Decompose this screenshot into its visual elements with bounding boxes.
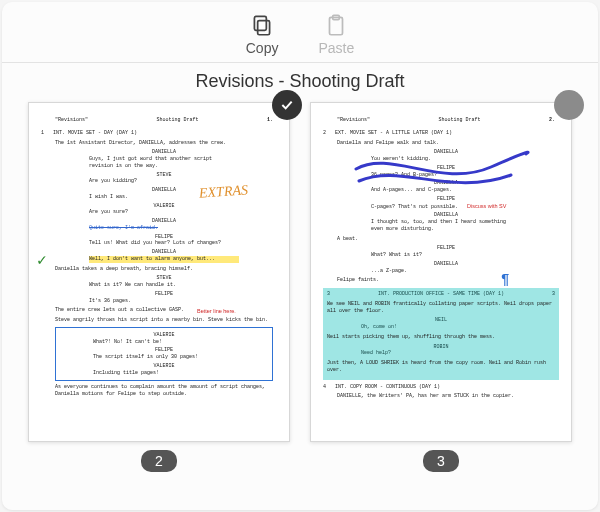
character-cue: FELIPE [55,234,273,241]
character-cue: FELIPE [337,165,555,172]
scene-heading: INT. MOVIE SET - DAY (DAY 1) [41,130,273,137]
action-line: A beat. [337,236,555,243]
dialogue-line: What?! No! It can't be! [93,339,235,346]
pilcrow-icon: ¶ [501,271,509,290]
dialogue-line: Quite sure, I'm afraid. [89,225,239,232]
character-cue: DANIELLA [337,149,555,156]
action-line: As everyone continues to complain amount… [55,384,273,398]
scene-heading: EXT. MOVIE SET - A LITTLE LATER (DAY 1) [323,130,555,137]
paste-icon [323,12,349,38]
character-cue: DANIELLA [337,212,555,219]
dialogue-line: I thought so, too, and then I heard some… [371,219,521,233]
page-title: Revisions - Shooting Draft [2,63,598,102]
character-cue: DANIELLA [55,218,273,225]
action-line: The entire crew lets out a collective GA… [55,307,273,314]
scene-heading: INT. PRODUCTION OFFICE - SAME TIME (DAY … [378,291,504,298]
margin-note: Discuss with SV [467,203,506,209]
dialogue-line: The script itself is only 30 pages! [93,354,235,361]
scene-heading: INT. COPY ROOM - CONTINUOUS (DAY 1) [323,384,555,391]
paste-button: Paste [318,12,354,56]
dialogue-line: I wish I was. [89,194,239,201]
page-preview: "Revisions" Shooting Draft 1. INT. MOVIE… [28,102,290,442]
dialogue-line: Are you kidding? [89,178,239,185]
header-draft: Shooting Draft [438,117,480,124]
character-cue: DANIELLA [337,180,555,187]
dialogue-line: What? What is it? [371,252,521,259]
app-window: Copy Paste Revisions - Shooting Draft "R… [2,2,598,510]
page-preview: "Revisions" Shooting Draft 2. EXT. MOVIE… [310,102,572,442]
page-number-tag: 2 [141,450,177,472]
dialogue-line: Guys, I just got word that another scrip… [89,156,239,170]
dialogue-line: Including title pages! [93,370,235,377]
dialogue-line: 36 pages? And B-pages? [371,172,521,179]
character-cue: STEVE [55,275,273,282]
character-cue: DANIELLA [55,249,273,256]
dialogue-line: Need help? [361,350,521,357]
dialogue-line: You weren't kidding. [371,156,521,163]
revision-block: 3 INT. PRODUCTION OFFICE - SAME TIME (DA… [323,288,559,380]
margin-note: Better line here. [197,308,236,315]
action-line: Daniella and Felipe walk and talk. [337,140,555,147]
character-cue: VALERIE [59,363,269,370]
check-icon: ✓ [37,251,47,273]
dialogue-line: Oh, come on! [361,324,521,331]
action-line: We see NEIL and ROBIN frantically collat… [327,301,555,315]
page-thumbnails: "Revisions" Shooting Draft 1. INT. MOVIE… [2,102,598,510]
dialogue-line: C-pages? That's not possible. Discuss wi… [371,203,521,211]
copy-label: Copy [246,40,279,56]
dialogue-line: ...a Z-page. [371,268,521,275]
header-title: "Revisions" [337,117,370,124]
copy-icon [249,12,275,38]
paste-label: Paste [318,40,354,56]
character-cue: STEVE [55,172,273,179]
dialogue-line: Tell us! What did you hear? Lots of chan… [89,240,239,247]
dialogue-line: It's 36 pages. [89,298,239,305]
check-icon [279,97,295,113]
svg-rect-1 [255,16,267,30]
action-line: The 1st Assistant Director, DANIELLA, ad… [55,140,273,147]
selection-box: VALERIE What?! No! It can't be! FELIPE T… [55,327,273,382]
dialogue-line: Well, I don't want to alarm anyone, but.… [89,256,239,263]
character-cue: DANIELLA [55,149,273,156]
character-cue: FELIPE [337,196,555,203]
svg-rect-0 [258,21,270,35]
selection-badge-unselected[interactable] [554,90,584,120]
header-page-num: 1. [267,117,273,124]
page-thumbnail-3[interactable]: "Revisions" Shooting Draft 2. EXT. MOVIE… [310,102,572,496]
page-thumbnail-2[interactable]: "Revisions" Shooting Draft 1. INT. MOVIE… [28,102,290,496]
action-line: Felipe faints. [337,277,555,284]
character-cue: DANIELLA [337,261,555,268]
dialogue-line: And A-pages... and C-pages. [371,187,521,194]
page-number-tag: 3 [423,450,459,472]
character-cue: VALERIE [59,332,269,339]
action-line: Neil starts picking them up, shuffling t… [327,334,555,341]
dialogue-line: What is it? We can handle it. [89,282,239,289]
dialogue-line: Are you sure? [89,209,239,216]
character-cue: ROBIN [327,344,555,351]
action-line: Just then, A LOUD SHRIEK is heard from t… [327,360,555,374]
character-cue: NEIL [327,317,555,324]
character-cue: FELIPE [55,291,273,298]
character-cue: FELIPE [59,347,269,354]
character-cue: DANIELLA [55,187,273,194]
character-cue: FELIPE [337,245,555,252]
character-cue: VALERIE [55,203,273,210]
header-title: "Revisions" [55,117,88,124]
action-line: Daniella takes a deep breath, bracing hi… [55,266,273,273]
toolbar: Copy Paste [2,2,598,63]
selection-badge-selected[interactable] [272,90,302,120]
action-line: Steve angrily throws his script into a n… [55,317,273,324]
action-line: DANIELLE, the Writers' PA, has her arm S… [337,393,555,400]
copy-button[interactable]: Copy [246,12,279,56]
header-page-num: 2. [549,117,555,124]
header-draft: Shooting Draft [156,117,198,124]
